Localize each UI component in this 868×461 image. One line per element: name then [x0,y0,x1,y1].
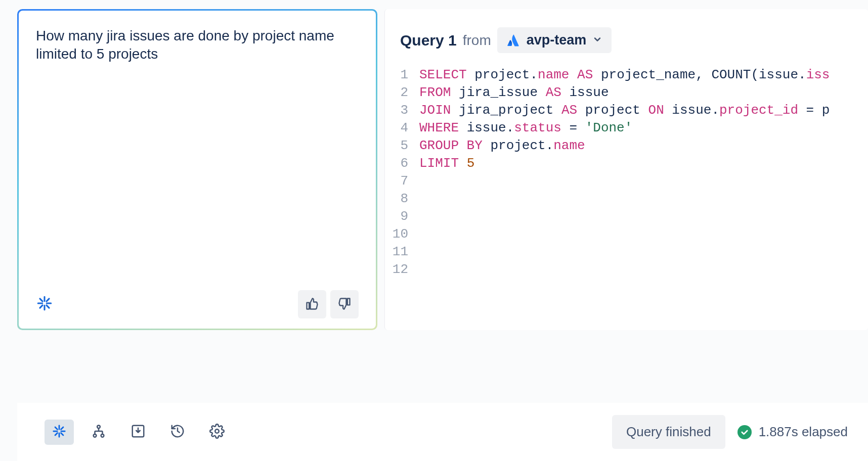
ai-prompt-panel[interactable]: How many jira issues are done by project… [17,9,377,330]
query-header: Query 1 from avp-team [385,9,868,66]
elapsed-text: 1.887s elapsed [759,424,848,440]
svg-point-0 [97,425,100,428]
elapsed-time: 1.887s elapsed [737,424,848,440]
thumbs-down-icon [337,297,352,312]
atlassian-logo-icon [506,33,520,48]
thumbs-down-button[interactable] [330,290,359,318]
history-icon [170,424,185,440]
svg-point-2 [101,434,104,437]
schema-button[interactable] [84,420,113,445]
ai-sparkle-icon [52,424,67,440]
query-status-pill: Query finished [612,415,725,449]
query-title: Query 1 [400,32,457,49]
chevron-down-icon [592,34,602,47]
sql-editor[interactable]: 123456789101112 SELECT project.name AS p… [385,66,868,330]
import-box-icon [131,424,146,440]
thumbs-up-icon [305,297,319,312]
bottom-toolbar: Query finished 1.887s elapsed [17,403,868,461]
hierarchy-icon [91,424,106,440]
import-button[interactable] [123,420,153,445]
prompt-text[interactable]: How many jira issues are done by project… [36,27,359,64]
thumbs-up-button[interactable] [298,290,326,318]
history-button[interactable] [163,420,192,445]
source-selector[interactable]: avp-team [497,27,612,53]
ai-sparkle-icon [36,295,53,314]
source-name: avp-team [527,32,587,48]
ai-assist-button[interactable] [45,420,74,445]
line-gutter: 123456789101112 [392,66,419,330]
code-content[interactable]: SELECT project.name AS project_name, COU… [419,66,830,330]
from-label: from [463,32,491,49]
svg-point-1 [94,434,97,437]
query-panel: Query 1 from avp-team [384,9,868,330]
gear-icon [209,424,225,440]
settings-button[interactable] [202,420,232,445]
svg-point-4 [215,429,219,433]
success-check-icon [737,425,752,439]
